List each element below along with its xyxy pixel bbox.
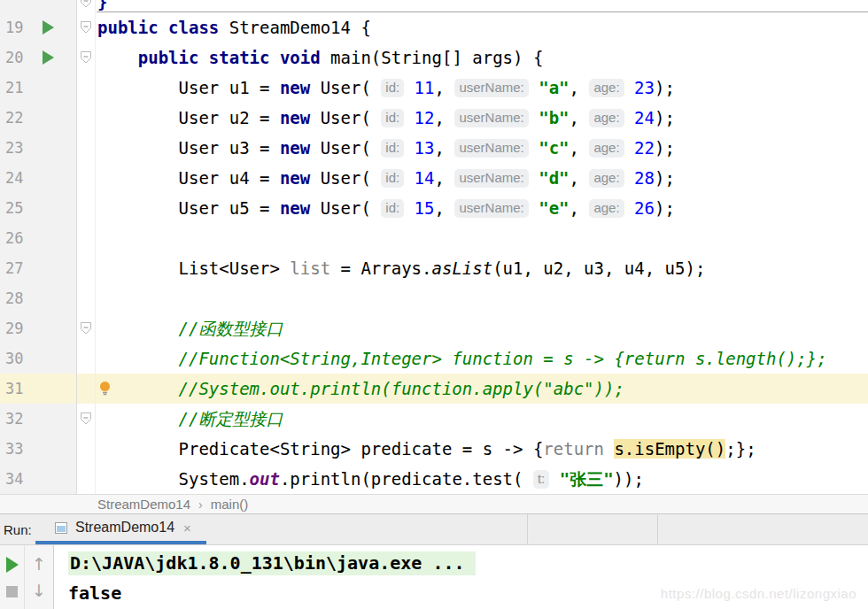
editor-line-23[interactable]: 23 User u3 = new User( id: 13, userName:… — [0, 133, 868, 163]
line-number[interactable]: 31 — [5, 380, 23, 397]
param-hint: userName: — [454, 169, 528, 188]
code-token: new — [280, 108, 310, 127]
editor-line-24[interactable]: 24 User u4 = new User( id: 14, userName:… — [0, 163, 868, 193]
code-text — [96, 283, 868, 313]
fold-column — [77, 374, 96, 404]
breadcrumb-item[interactable]: main() — [211, 497, 249, 512]
line-number[interactable]: 22 — [5, 109, 23, 127]
editor-line-30[interactable]: 30 //Function<String,Integer> function =… — [0, 343, 868, 374]
param-hint: userName: — [454, 139, 528, 158]
param-hint: age: — [589, 109, 624, 127]
code-token: .println(predicate.test( — [280, 469, 533, 489]
code-token — [624, 108, 634, 127]
editor-line-26[interactable]: 26 — [0, 223, 868, 253]
param-hint: t: — [533, 470, 549, 489]
run-line-icon[interactable] — [43, 20, 54, 35]
code-token — [404, 168, 414, 188]
line-number[interactable]: 30 — [5, 350, 23, 367]
line-number[interactable]: 27 — [5, 259, 23, 277]
code-token — [404, 108, 414, 127]
editor-line-31[interactable]: 31 //System.out.println(function.apply("… — [0, 374, 868, 404]
code-text: User u5 = new User( id: 15, userName: "e… — [96, 193, 868, 223]
line-number[interactable]: 21 — [5, 79, 23, 96]
line-number[interactable]: 19 — [5, 19, 23, 36]
editor-line-partial[interactable]: } — [0, 0, 868, 12]
param-hint: age: — [589, 139, 624, 158]
code-text: //System.out.println(function.apply("abc… — [96, 374, 868, 404]
scroll-down-icon[interactable]: ↓ — [32, 582, 46, 599]
code-token: StreamDemo14 { — [219, 18, 371, 37]
line-number[interactable]: 28 — [5, 289, 23, 307]
rerun-icon[interactable] — [6, 557, 19, 573]
line-number[interactable]: 33 — [5, 440, 23, 458]
editor-gutter: 20 — [0, 42, 77, 73]
editor-line-28[interactable]: 28 — [0, 283, 868, 313]
line-number[interactable]: 26 — [5, 229, 23, 247]
run-line-icon[interactable] — [43, 50, 54, 65]
run-tab-streamdemo14[interactable]: StreamDemo14 × — [35, 514, 206, 544]
watermark: https://blog.csdn.net/lizongxiao — [661, 586, 856, 601]
code-token: 24 — [634, 108, 655, 127]
breadcrumb-item[interactable]: StreamDemo14 — [97, 497, 190, 512]
code-token: , — [435, 108, 455, 127]
code-token: ); — [655, 108, 675, 127]
line-number[interactable]: 23 — [5, 139, 23, 157]
editor-gutter: 21 — [0, 73, 77, 103]
code-token: 14 — [415, 168, 435, 188]
param-hint: id: — [381, 109, 404, 127]
editor-line-21[interactable]: 21 User u1 = new User( id: 11, userName:… — [0, 73, 868, 103]
fold-column — [77, 464, 96, 494]
code-editor[interactable]: }19public class StreamDemo14 {20 public … — [0, 0, 868, 494]
code-token: "a" — [539, 78, 569, 97]
code-token — [624, 198, 634, 218]
scroll-up-icon[interactable]: ↑ — [32, 556, 46, 573]
code-token: User( — [310, 168, 381, 188]
editor-line-34[interactable]: 34 System.out.println(predicate.test( t:… — [0, 464, 868, 494]
code-token: "张三" — [560, 469, 614, 489]
fold-column — [77, 223, 96, 253]
line-number[interactable]: 20 — [5, 49, 23, 66]
editor-gutter: 29 — [0, 313, 77, 343]
code-token — [529, 108, 539, 127]
param-hint: id: — [381, 199, 404, 218]
param-hint: age: — [589, 169, 624, 188]
editor-line-25[interactable]: 25 User u5 = new User( id: 15, userName:… — [0, 193, 868, 223]
line-number[interactable]: 34 — [5, 470, 23, 488]
code-token: "d" — [539, 168, 569, 188]
code-token — [404, 138, 414, 158]
line-number[interactable]: 24 — [5, 169, 23, 187]
code-text: } — [96, 0, 868, 12]
code-token: "e" — [539, 198, 569, 218]
console-line: D:\JAVA\jdk1.8.0_131\bin\java.exe ... — [68, 550, 868, 576]
fold-icon[interactable] — [81, 21, 92, 35]
editor-line-20[interactable]: 20 public static void main(String[] args… — [0, 42, 868, 73]
param-hint: userName: — [454, 109, 528, 127]
editor-line-33[interactable]: 33 Predicate<String> predicate = s -> {r… — [0, 434, 868, 464]
editor-line-32[interactable]: 32 //断定型接口 — [0, 404, 868, 434]
code-token: , — [435, 78, 455, 97]
close-tab-icon[interactable]: × — [183, 520, 191, 536]
fold-icon[interactable] — [81, 51, 92, 65]
code-token: , — [570, 138, 590, 158]
fold-icon[interactable] — [81, 322, 92, 335]
fold-column — [77, 253, 96, 283]
editor-gutter: 32 — [0, 404, 77, 434]
code-token: , — [435, 198, 455, 218]
editor-line-22[interactable]: 22 User u2 = new User( id: 12, userName:… — [0, 103, 868, 133]
stop-icon[interactable] — [6, 586, 18, 597]
fold-icon[interactable] — [81, 0, 92, 9]
line-number[interactable]: 32 — [5, 410, 23, 428]
editor-line-29[interactable]: 29 //函数型接口 — [0, 313, 868, 343]
intention-bulb-icon[interactable] — [99, 382, 111, 397]
code-token: 26 — [634, 198, 655, 218]
fold-icon[interactable] — [81, 412, 92, 426]
editor-gutter: 31 — [0, 374, 77, 404]
code-token: User u2 = — [97, 108, 280, 127]
line-number[interactable]: 25 — [5, 199, 23, 217]
editor-line-27[interactable]: 27 List<User> list = Arrays.asList(u1, u… — [0, 253, 868, 283]
fold-column — [77, 73, 96, 103]
fold-column — [77, 163, 96, 193]
fold-column — [77, 193, 96, 223]
editor-line-19[interactable]: 19public class StreamDemo14 { — [0, 12, 868, 42]
line-number[interactable]: 29 — [5, 320, 23, 337]
